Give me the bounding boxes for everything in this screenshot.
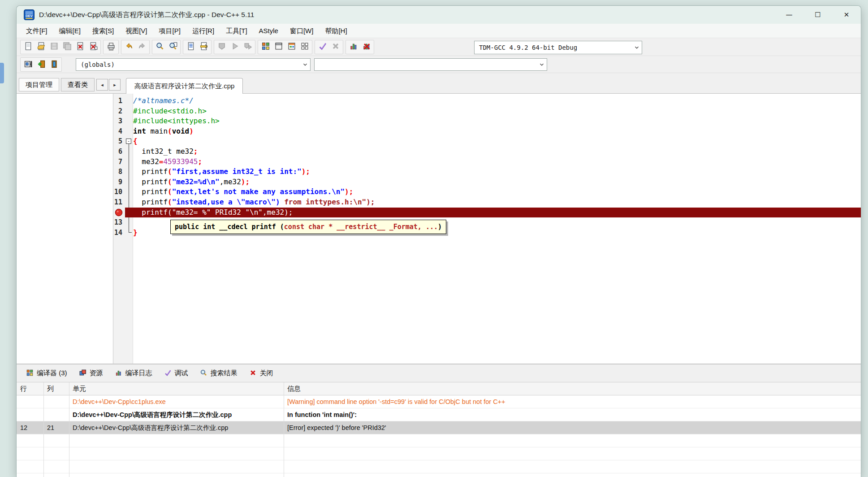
floating-report-button[interactable] bbox=[285, 41, 298, 53]
unit-cell bbox=[69, 447, 284, 460]
bottom-tab[interactable]: 编译日志 bbox=[109, 364, 158, 382]
debug-check-button[interactable] bbox=[316, 41, 329, 53]
add-watch-button[interactable] bbox=[35, 58, 48, 71]
code-line[interactable]: /*altnames.c*/ bbox=[133, 96, 861, 106]
code-line[interactable]: int32_t me32; bbox=[133, 147, 861, 157]
globals-select[interactable]: (globals) bbox=[76, 58, 311, 71]
code-line[interactable]: me32=45933945; bbox=[133, 157, 861, 167]
find-button[interactable] bbox=[153, 41, 166, 53]
message-row[interactable]: 1221D:\devc++\Dev-Cpp\高级语言程序设计第二次作业.cpp[… bbox=[17, 421, 861, 434]
save-all-button[interactable] bbox=[60, 41, 73, 53]
close-button[interactable]: ✕ bbox=[832, 6, 861, 24]
message-row[interactable]: D:\devc++\Dev-Cpp\高级语言程序设计第二次作业.cppIn fu… bbox=[17, 408, 861, 421]
menu-item[interactable]: 文件[F] bbox=[20, 25, 53, 37]
line-number[interactable]: 7 bbox=[113, 157, 125, 167]
code-line[interactable]: { bbox=[133, 136, 861, 147]
goto-declaration-button[interactable] bbox=[22, 58, 35, 71]
bottom-tab[interactable]: 关闭 bbox=[243, 364, 279, 382]
redo-button[interactable] bbox=[135, 41, 148, 53]
code-line[interactable]: printf("me32=%d\n",me32); bbox=[133, 177, 861, 187]
line-number[interactable]: 3 bbox=[113, 116, 125, 126]
non-floating-report-button[interactable] bbox=[298, 41, 311, 53]
print-button[interactable] bbox=[104, 41, 117, 53]
bottom-tab[interactable]: 搜索结果 bbox=[194, 364, 243, 382]
maximize-button[interactable]: ☐ bbox=[803, 6, 832, 24]
line-number[interactable]: 2 bbox=[113, 106, 125, 117]
line-number[interactable]: 4 bbox=[113, 126, 125, 137]
members-select[interactable] bbox=[314, 58, 547, 71]
message-row[interactable] bbox=[17, 447, 861, 460]
line-number[interactable]: 5 bbox=[113, 136, 125, 147]
code-line[interactable]: printf("first,assume int32_t is int:"); bbox=[133, 167, 861, 177]
line-number[interactable]: 13 bbox=[113, 217, 125, 228]
message-row[interactable] bbox=[17, 434, 861, 447]
abort-button[interactable] bbox=[329, 41, 342, 53]
line-number[interactable]: 9 bbox=[113, 177, 125, 187]
editor-tab[interactable]: 高级语言程序设计第二次作业.cpp bbox=[126, 78, 243, 94]
project-browser-panel[interactable] bbox=[17, 94, 113, 364]
fold-toggle[interactable]: - bbox=[126, 139, 131, 144]
error-breakpoint-icon[interactable] bbox=[115, 208, 123, 217]
close-all-button[interactable] bbox=[86, 41, 99, 53]
menu-item[interactable]: 项目[P] bbox=[153, 25, 186, 37]
sidebar-tab-classes[interactable]: 查看类 bbox=[61, 78, 95, 91]
menu-item[interactable]: 编辑[E] bbox=[53, 25, 86, 37]
code-line[interactable]: printf("next,let's not make any assumpti… bbox=[133, 187, 861, 197]
message-row[interactable] bbox=[17, 473, 861, 477]
sidebar-tab-project[interactable]: 项目管理 bbox=[19, 78, 59, 91]
profile-button[interactable] bbox=[347, 41, 360, 53]
run-icon bbox=[230, 42, 239, 52]
tab-scroll-right-button[interactable]: ▸ bbox=[109, 79, 121, 91]
minimize-button[interactable]: — bbox=[775, 6, 803, 24]
bottom-tab[interactable]: 资源 bbox=[73, 364, 109, 382]
swap-header-source-button[interactable] bbox=[197, 41, 210, 53]
bottom-tab[interactable]: 调试 bbox=[158, 364, 194, 382]
open-file-button[interactable] bbox=[35, 41, 48, 53]
menu-item[interactable]: 帮助[H] bbox=[319, 25, 353, 37]
menu-item[interactable]: 工具[T] bbox=[220, 25, 253, 37]
undo-button[interactable] bbox=[122, 41, 135, 53]
replace-button[interactable] bbox=[166, 41, 179, 53]
message-row[interactable]: D:\devc++\Dev-Cpp\cc1plus.exe[Warning] c… bbox=[17, 395, 861, 408]
column-header: 单元 bbox=[69, 382, 284, 395]
col-cell bbox=[43, 473, 69, 477]
menu-item[interactable]: 视图[V] bbox=[120, 25, 153, 37]
code-line[interactable]: int main(void) bbox=[133, 126, 861, 137]
bottom-tab[interactable]: 编译器 (3) bbox=[20, 364, 73, 382]
message-row[interactable] bbox=[17, 460, 861, 473]
line-cell bbox=[17, 408, 43, 421]
code-line[interactable]: printf("me32= %" PRId32 "\n",me32); bbox=[133, 208, 861, 218]
delete-profiling-button[interactable] bbox=[360, 41, 373, 53]
line-number[interactable]: 8 bbox=[113, 167, 125, 177]
project-manager-button[interactable] bbox=[259, 41, 272, 53]
message-cell: [Warning] command line option '-std=c99'… bbox=[284, 395, 861, 408]
menu-item[interactable]: AStyle bbox=[253, 25, 284, 37]
compile-run-button[interactable] bbox=[241, 41, 254, 53]
line-cell bbox=[17, 447, 43, 460]
line-number[interactable]: 10 bbox=[113, 187, 125, 197]
line-number[interactable]: 6 bbox=[113, 147, 125, 157]
code-editor[interactable]: 12345678910111314 /*altnames.c*/#include… bbox=[113, 94, 861, 364]
line-number[interactable]: 14 bbox=[113, 228, 125, 238]
goto-line-button[interactable] bbox=[184, 41, 197, 53]
toolbar-group bbox=[121, 40, 150, 54]
menu-item[interactable]: 运行[R] bbox=[186, 25, 220, 37]
compile-button[interactable] bbox=[215, 41, 228, 53]
find-icon bbox=[155, 42, 164, 52]
debug-check-icon bbox=[164, 369, 172, 378]
tab-scroll-left-button[interactable]: ◂ bbox=[96, 79, 108, 91]
new-file-button[interactable] bbox=[22, 41, 35, 53]
menu-item[interactable]: 窗口[W] bbox=[284, 25, 320, 37]
code-line[interactable]: #include<inttypes.h> bbox=[133, 116, 861, 126]
compiler-select[interactable]: TDM-GCC 4.9.2 64-bit Debug bbox=[474, 41, 642, 54]
close-file-button[interactable] bbox=[73, 41, 86, 53]
run-button[interactable] bbox=[228, 41, 241, 53]
menu-item[interactable]: 搜索[S] bbox=[86, 25, 120, 37]
code-line[interactable]: printf("instead,use a \"macro\") from in… bbox=[133, 197, 861, 208]
open-book-button[interactable] bbox=[48, 58, 60, 71]
report-window-button[interactable] bbox=[272, 41, 285, 53]
save-file-button[interactable] bbox=[48, 41, 60, 53]
line-number[interactable]: 1 bbox=[113, 96, 125, 106]
code-line[interactable]: #include<stdio.h> bbox=[133, 106, 861, 117]
line-number[interactable]: 11 bbox=[113, 197, 125, 208]
